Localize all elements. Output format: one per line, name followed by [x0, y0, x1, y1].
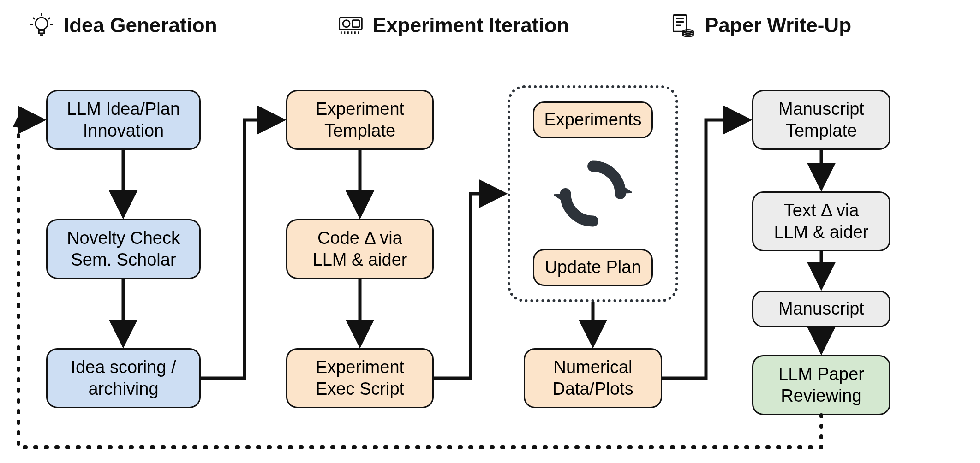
svg-rect-3: [353, 20, 359, 27]
heading-idea: Idea Generation: [28, 12, 217, 39]
heading-experiment: Experiment Iteration: [337, 12, 569, 39]
node-llm-idea: LLM Idea/PlanInnovation: [46, 90, 201, 150]
node-novelty: Novelty CheckSem. Scholar: [46, 219, 201, 279]
node-update-plan: Update Plan: [533, 249, 653, 286]
node-manuscript-label: Manuscript: [778, 298, 864, 320]
svg-rect-4: [673, 15, 686, 32]
heading-experiment-label: Experiment Iteration: [373, 14, 569, 37]
node-exec-script-label: ExperimentExec Script: [316, 356, 404, 400]
heading-idea-label: Idea Generation: [64, 14, 217, 37]
node-reviewing-label: LLM PaperReviewing: [778, 363, 864, 407]
node-code-delta: Code Δ viaLLM & aider: [286, 219, 434, 279]
node-llm-idea-label: LLM Idea/PlanInnovation: [67, 98, 180, 142]
node-manu-template: ManuscriptTemplate: [752, 90, 890, 150]
node-scoring: Idea scoring /archiving: [46, 348, 201, 408]
heading-paper: Paper Write-Up: [669, 12, 851, 39]
node-update-plan-label: Update Plan: [544, 256, 641, 279]
node-exp-template-label: ExperimentTemplate: [316, 98, 404, 142]
svg-point-2: [343, 20, 350, 27]
node-manu-template-label: ManuscriptTemplate: [778, 98, 864, 142]
node-exp-template: ExperimentTemplate: [286, 90, 434, 150]
node-text-delta-label: Text Δ viaLLM & aider: [774, 200, 869, 243]
svg-marker-17: [13, 115, 24, 127]
node-num-data: NumericalData/Plots: [524, 348, 662, 408]
node-experiments-label: Experiments: [544, 109, 641, 131]
node-experiments: Experiments: [533, 101, 653, 138]
document-stack-icon: [669, 12, 697, 39]
node-manuscript: Manuscript: [752, 291, 890, 327]
lightbulb-icon: [28, 12, 55, 39]
node-num-data-label: NumericalData/Plots: [552, 356, 633, 400]
gpu-icon: [337, 12, 365, 39]
node-code-delta-label: Code Δ viaLLM & aider: [313, 227, 407, 271]
svg-point-0: [36, 18, 48, 30]
node-exec-script: ExperimentExec Script: [286, 348, 434, 408]
cycle-icon: [554, 154, 632, 233]
node-novelty-label: Novelty CheckSem. Scholar: [67, 227, 180, 271]
node-text-delta: Text Δ viaLLM & aider: [752, 191, 890, 251]
heading-paper-label: Paper Write-Up: [705, 14, 851, 37]
node-reviewing: LLM PaperReviewing: [752, 355, 890, 415]
node-scoring-label: Idea scoring /archiving: [71, 356, 176, 400]
